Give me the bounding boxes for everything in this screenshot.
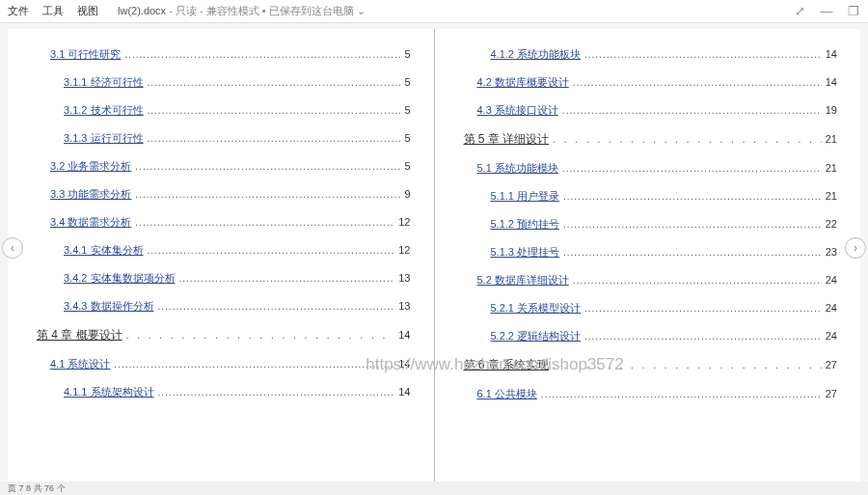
toc-entry: 第 6 章 系统实现. . . . . . . . . . . . . . . … xyxy=(464,357,838,373)
toc-page-number: 14 xyxy=(398,329,410,341)
toc-link[interactable]: 第 5 章 详细设计 xyxy=(464,131,550,148)
toc-leader: ........................................… xyxy=(135,189,400,200)
toc-entry: 3.1.2 技术可行性.............................… xyxy=(37,103,411,118)
menu-view[interactable]: 视图 xyxy=(77,4,98,18)
toc-leader: ........................................… xyxy=(158,387,395,398)
minimize-icon[interactable]: ― xyxy=(820,4,833,18)
toc-page-number: 5 xyxy=(404,76,410,88)
toc-link[interactable]: 5.1.2 预约挂号 xyxy=(491,217,560,232)
toc-entry: 4.2 数据库概要设计.............................… xyxy=(464,75,838,90)
toc-leader: . . . . . . . . . . . . . . . . . . . . … xyxy=(553,360,822,371)
toc-link[interactable]: 3.4 数据需求分析 xyxy=(50,215,131,230)
toc-leader: ........................................… xyxy=(135,161,400,172)
chevron-down-icon[interactable]: ⌄ xyxy=(357,5,366,16)
toc-link[interactable]: 4.1.2 系统功能板块 xyxy=(491,47,582,62)
toc-entry: 3.4.2 实体集数据项分析..........................… xyxy=(37,271,411,286)
toc-link[interactable]: 3.4.2 实体集数据项分析 xyxy=(64,271,176,286)
toc-link[interactable]: 3.1.1 经济可行性 xyxy=(64,75,144,90)
toc-link[interactable]: 4.1.1 系统架构设计 xyxy=(64,385,154,399)
toc-leader: ........................................… xyxy=(158,301,395,312)
toc-page-number: 12 xyxy=(398,244,410,256)
toc-entry: 5.1 系统功能模块..............................… xyxy=(464,161,838,176)
toc-entry: 4.1.1 系统架构设计............................… xyxy=(37,385,411,399)
toc-page-number: 24 xyxy=(826,302,837,314)
menu-file[interactable]: 文件 xyxy=(8,4,29,18)
menubar: 文件 工具 视图 lw(2).docx - 只读 - 兼容性模式 • 已保存到这… xyxy=(0,0,868,23)
toc-leader: ........................................… xyxy=(148,77,401,88)
toc-page-number: 24 xyxy=(826,274,837,286)
toc-link[interactable]: 5.1.3 处理挂号 xyxy=(491,245,560,260)
toc-leader: ........................................… xyxy=(584,331,822,342)
toc-entry: 3.4 数据需求分析..............................… xyxy=(37,215,411,230)
toc-entry: 3.4.1 实体集分析.............................… xyxy=(37,243,411,258)
toc-leader: . . . . . . . . . . . . . . . . . . . . … xyxy=(126,330,395,341)
toc-page-number: 24 xyxy=(826,330,837,342)
toc-link[interactable]: 3.4.1 实体集分析 xyxy=(64,243,144,258)
toc-link[interactable]: 4.2 数据库概要设计 xyxy=(477,75,569,90)
restore-icon[interactable]: ❐ xyxy=(847,4,860,18)
toc-leader: ........................................… xyxy=(114,359,394,370)
toc-leader: ........................................… xyxy=(573,77,822,88)
toc-leader: ........................................… xyxy=(563,191,822,202)
toc-page-number: 14 xyxy=(398,386,410,398)
toc-link[interactable]: 5.2 数据库详细设计 xyxy=(477,273,569,288)
toc-page-number: 9 xyxy=(404,188,410,200)
toc-page-number: 14 xyxy=(826,76,837,88)
toc-entry: 3.4.3 数据操作分析............................… xyxy=(37,299,411,314)
toc-link[interactable]: 3.1.3 运行可行性 xyxy=(64,131,144,146)
ribbon-toggle-icon[interactable]: ⤢ xyxy=(793,4,806,18)
toc-link[interactable]: 5.1 系统功能模块 xyxy=(477,161,558,176)
toc-page-number: 23 xyxy=(826,246,837,258)
toc-entry: 3.1.3 运行可行性.............................… xyxy=(37,131,411,146)
toc-leader: ........................................… xyxy=(124,49,400,60)
toc-page-number: 21 xyxy=(826,190,837,202)
toc-entry: 5.2.2 逻辑结构设计............................… xyxy=(464,329,838,344)
toc-leader: ........................................… xyxy=(135,217,394,228)
toc-link[interactable]: 5.2.2 逻辑结构设计 xyxy=(491,329,582,344)
toc-link[interactable]: 6.1 公共模块 xyxy=(477,387,537,401)
toc-link[interactable]: 5.1.1 用户登录 xyxy=(491,189,560,204)
toc-leader: ........................................… xyxy=(562,163,822,174)
toc-entry: 3.3 功能需求分析..............................… xyxy=(37,187,411,202)
toc-link[interactable]: 第 6 章 系统实现 xyxy=(464,357,550,373)
menu-tools[interactable]: 工具 xyxy=(42,4,64,18)
toc-leader: . . . . . . . . . . . . . . . . . . . . … xyxy=(553,134,822,145)
toc-link[interactable]: 3.2 业务需求分析 xyxy=(50,159,131,174)
toc-entry: 4.1.2 系统功能板块............................… xyxy=(464,47,838,62)
toc-page-number: 27 xyxy=(826,359,837,371)
toc-entry: 4.1 系统设计................................… xyxy=(37,357,411,371)
toc-entry: 5.1.3 处理挂号..............................… xyxy=(464,245,838,260)
toc-page-number: 27 xyxy=(826,388,837,399)
toc-page-number: 5 xyxy=(404,48,410,60)
toc-leader: ........................................… xyxy=(563,219,822,230)
toc-leader: ........................................… xyxy=(562,105,822,116)
document-view: 3.1 可行性研究...............................… xyxy=(8,29,860,482)
toc-link[interactable]: 4.3 系统接口设计 xyxy=(477,103,558,118)
toc-entry: 5.1.2 预约挂号..............................… xyxy=(464,217,838,232)
page-left: 3.1 可行性研究...............................… xyxy=(8,29,434,482)
toc-page-number: 5 xyxy=(404,160,410,172)
toc-leader: ........................................… xyxy=(573,275,822,286)
toc-entry: 3.2 业务需求分析..............................… xyxy=(37,159,411,174)
toc-leader: ........................................… xyxy=(148,133,401,144)
toc-link[interactable]: 4.1 系统设计 xyxy=(50,357,110,371)
toc-link[interactable]: 3.3 功能需求分析 xyxy=(50,187,131,202)
prev-page-button[interactable]: ‹ xyxy=(2,237,23,259)
toc-link[interactable]: 3.1.2 技术可行性 xyxy=(64,103,144,118)
toc-entry: 5.2 数据库详细设计.............................… xyxy=(464,273,838,288)
next-page-button[interactable]: › xyxy=(845,237,866,259)
toc-link[interactable]: 第 4 章 概要设计 xyxy=(37,327,122,344)
toc-link[interactable]: 3.1 可行性研究 xyxy=(50,47,121,62)
toc-entry: 6.1 公共模块................................… xyxy=(464,387,838,401)
toc-page-number: 21 xyxy=(826,162,837,174)
toc-page-number: 21 xyxy=(826,133,837,145)
toc-link[interactable]: 3.4.3 数据操作分析 xyxy=(64,299,154,314)
toc-page-number: 5 xyxy=(404,104,410,116)
toc-page-number: 22 xyxy=(826,218,837,230)
toc-entry: 4.3 系统接口设计..............................… xyxy=(464,103,838,118)
statusbar: 页 7 8 共 76 个 xyxy=(0,481,868,495)
toc-entry: 第 5 章 详细设计. . . . . . . . . . . . . . . … xyxy=(464,131,838,148)
toc-link[interactable]: 5.2.1 关系模型设计 xyxy=(491,301,582,316)
toc-leader: ........................................… xyxy=(584,49,822,60)
toc-entry: 5.2.1 关系模型设计............................… xyxy=(464,301,838,316)
